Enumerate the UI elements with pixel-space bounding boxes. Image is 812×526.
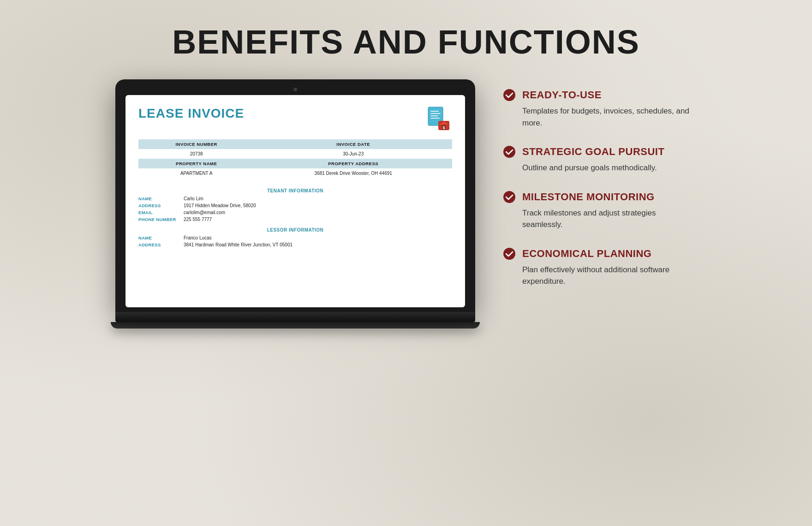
benefit-header-strategic-goal: STRATEGIC GOAL PURSUIT [503, 145, 697, 158]
benefit-item-milestone: MILESTONE MONITORING Track milestones an… [503, 191, 697, 231]
tenant-phone-label: PHONE NUMBER [138, 217, 180, 222]
tenant-address-label: ADDRESS [138, 203, 180, 208]
tenant-email-value: carlolim@email.com [184, 210, 225, 215]
svg-point-12 [503, 191, 515, 203]
tenant-section-title: TENANT INFORMATION [138, 185, 452, 196]
svg-rect-5 [430, 118, 440, 119]
laptop-mockup: LEASE INVOICE [115, 79, 475, 329]
svg-point-13 [503, 248, 515, 260]
lessor-name-value: Franco Lucas [184, 235, 212, 240]
property-address-value: 3681 Derek Drive Wooster, OH 44691 [254, 168, 452, 178]
benefit-header-milestone: MILESTONE MONITORING [503, 191, 697, 203]
lessor-address-label: ADDRESS [138, 242, 180, 247]
benefit-title-economical: ECONOMICAL PLANNING [522, 248, 651, 260]
tenant-address-value: 1917 Hidden Meadow Drive, 58020 [184, 203, 256, 208]
invoice-info-table: INVOICE NUMBER INVOICE DATE 20738 30-Jun… [138, 139, 452, 178]
page-title: BENEFITS AND FUNCTIONS [0, 0, 812, 79]
svg-point-10 [503, 89, 515, 101]
benefit-header-ready-to-use: READY-TO-USE [503, 89, 697, 102]
invoice-number-header: INVOICE NUMBER [138, 139, 254, 149]
svg-text:$: $ [442, 126, 445, 130]
laptop-screen-area: LEASE INVOICE [115, 79, 475, 312]
laptop-camera [293, 88, 297, 91]
benefit-title-ready-to-use: READY-TO-USE [522, 89, 602, 101]
benefit-desc-milestone: Track milestones and adjust strategies s… [503, 207, 697, 231]
lessor-address-value: 3841 Hardman Road White River Junction, … [184, 242, 293, 247]
tenant-email-label: EMAIL [138, 210, 180, 215]
benefit-header-economical: ECONOMICAL PLANNING [503, 247, 697, 260]
invoice-title: LEASE INVOICE [138, 106, 244, 121]
tenant-name-label: NAME [138, 196, 180, 201]
property-address-header: PROPERTY ADDRESS [254, 159, 452, 168]
tenant-phone-row: PHONE NUMBER 225 555 7777 [138, 217, 452, 222]
invoice-number-value: 20738 [138, 149, 254, 159]
svg-rect-4 [430, 115, 438, 116]
benefits-panel: READY-TO-USE Templates for budgets, invo… [503, 79, 697, 304]
tenant-address-row: ADDRESS 1917 Hidden Meadow Drive, 58020 [138, 203, 452, 208]
laptop-base [115, 312, 475, 322]
svg-point-11 [503, 146, 515, 158]
lessor-name-label: NAME [138, 235, 180, 240]
benefit-title-milestone: MILESTONE MONITORING [522, 191, 655, 203]
benefit-desc-economical: Plan effectively without additional soft… [503, 264, 697, 287]
benefit-desc-ready-to-use: Templates for budgets, invoices, schedul… [503, 105, 697, 129]
check-circle-icon [503, 89, 516, 102]
invoice-date-value: 30-Jun-23 [254, 149, 452, 159]
invoice-document: LEASE INVOICE [125, 95, 465, 307]
laptop-foot [111, 322, 480, 329]
tenant-name-row: NAME Carlo Lim [138, 196, 452, 201]
property-name-value: APARTMENT A [138, 168, 254, 178]
laptop-display: LEASE INVOICE [125, 95, 465, 307]
tenant-phone-value: 225 555 7777 [184, 217, 212, 222]
check-circle-icon-4 [503, 247, 516, 260]
invoice-icon: $ [425, 106, 452, 133]
benefit-title-strategic-goal: STRATEGIC GOAL PURSUIT [522, 146, 664, 158]
invoice-header: LEASE INVOICE [138, 106, 452, 133]
check-circle-icon-3 [503, 191, 516, 203]
benefit-desc-strategic-goal: Outline and pursue goals methodically. [503, 162, 697, 174]
tenant-email-row: EMAIL carlolim@email.com [138, 210, 452, 215]
invoice-date-header: INVOICE DATE [254, 139, 452, 149]
benefit-item-strategic-goal: STRATEGIC GOAL PURSUIT Outline and pursu… [503, 145, 697, 174]
lessor-address-row: ADDRESS 3841 Hardman Road White River Ju… [138, 242, 452, 247]
property-name-header: PROPERTY NAME [138, 159, 254, 168]
svg-rect-3 [430, 113, 441, 114]
benefit-item-economical: ECONOMICAL PLANNING Plan effectively wit… [503, 247, 697, 287]
lessor-name-row: NAME Franco Lucas [138, 235, 452, 240]
tenant-name-value: Carlo Lim [184, 196, 203, 201]
check-circle-icon-2 [503, 145, 516, 158]
svg-rect-2 [430, 111, 439, 112]
lessor-section-title: LESSOR INFORMATION [138, 224, 452, 235]
benefit-item-ready-to-use: READY-TO-USE Templates for budgets, invo… [503, 89, 697, 129]
